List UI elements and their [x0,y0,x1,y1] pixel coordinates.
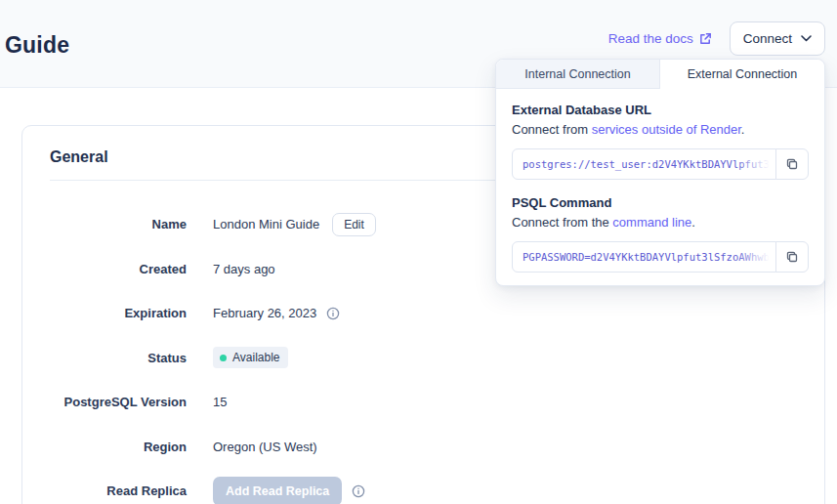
connect-dropdown-panel: Internal Connection External Connection … [495,59,825,286]
desc-text: . [741,122,745,137]
read-the-docs-link[interactable]: Read the docs [608,31,712,46]
external-database-url-group: postgres://test_user:d2V4YKktBDAYVlpfut3… [512,148,809,180]
external-database-url-description: Connect from services outside of Render. [512,122,809,137]
status-badge: Available [213,347,288,368]
expiration-label: Expiration [50,306,187,320]
name-label: Name [50,217,187,231]
field-row-region: Region Oregon (US West) [50,425,797,470]
edit-name-button[interactable]: Edit [332,213,376,236]
region-value: Oregon (US West) [213,440,317,454]
command-line-link[interactable]: command line [612,215,691,230]
connect-button-label: Connect [743,31,792,46]
postgresql-version-label: PostgreSQL Version [50,395,187,409]
copy-external-url-button[interactable] [775,148,809,180]
copy-psql-command-button[interactable] [775,241,809,273]
name-value: London Mini Guide [213,217,319,231]
copy-icon [785,157,799,171]
read-replica-info-icon[interactable] [352,484,365,498]
field-row-read-replica: Read Replica Add Read Replica [50,469,797,504]
read-the-docs-label: Read the docs [608,31,693,46]
status-label: Status [50,351,187,365]
desc-text: Connect from [512,122,592,137]
chevron-down-icon [801,35,812,42]
psql-command-group: PGPASSWORD=d2V4YKktBDAYVlpfut3lSfzoAWhwb… [512,241,809,273]
created-label: Created [50,262,187,276]
connection-tabs: Internal Connection External Connection [496,60,824,89]
field-row-status: Status Available [50,336,797,381]
tab-external-connection[interactable]: External Connection [660,60,824,89]
psql-command-input[interactable]: PGPASSWORD=d2V4YKktBDAYVlpfut3lSfzoAWhwb… [512,241,776,273]
external-database-url-value: postgres://test_user:d2V4YKktBDAYVlpfut3… [523,158,776,170]
connect-button[interactable]: Connect [730,21,825,56]
external-database-url-input[interactable]: postgres://test_user:d2V4YKktBDAYVlpfut3… [512,148,776,180]
status-available-dot-icon [220,355,227,361]
external-database-url-heading: External Database URL [512,103,809,117]
tab-internal-connection[interactable]: Internal Connection [496,60,660,89]
external-connection-panel-body: External Database URL Connect from servi… [496,89,824,273]
psql-command-description: Connect from the command line. [512,215,809,230]
header-actions: Read the docs Connect [608,21,825,56]
psql-command-heading: PSQL Command [512,195,809,210]
read-replica-label: Read Replica [50,483,187,498]
services-outside-of-render-link[interactable]: services outside of Render [592,122,741,137]
desc-text: Connect from the [512,215,612,230]
status-badge-label: Available [232,351,279,364]
region-label: Region [50,440,187,454]
created-value: 7 days ago [213,262,275,276]
field-row-postgresql-version: PostgreSQL Version 15 [50,380,797,425]
page-title: Guide [5,32,69,59]
external-link-icon [699,32,712,45]
postgresql-version-value: 15 [213,395,227,409]
desc-text: . [691,215,695,230]
field-row-expiration: Expiration February 26, 2023 [50,291,797,336]
add-read-replica-button[interactable]: Add Read Replica [213,477,342,504]
expiration-info-icon[interactable] [326,307,340,320]
copy-icon [785,250,799,264]
expiration-value: February 26, 2023 [213,306,316,320]
psql-command-value: PGPASSWORD=d2V4YKktBDAYVlpfut3lSfzoAWhwb… [523,251,776,263]
